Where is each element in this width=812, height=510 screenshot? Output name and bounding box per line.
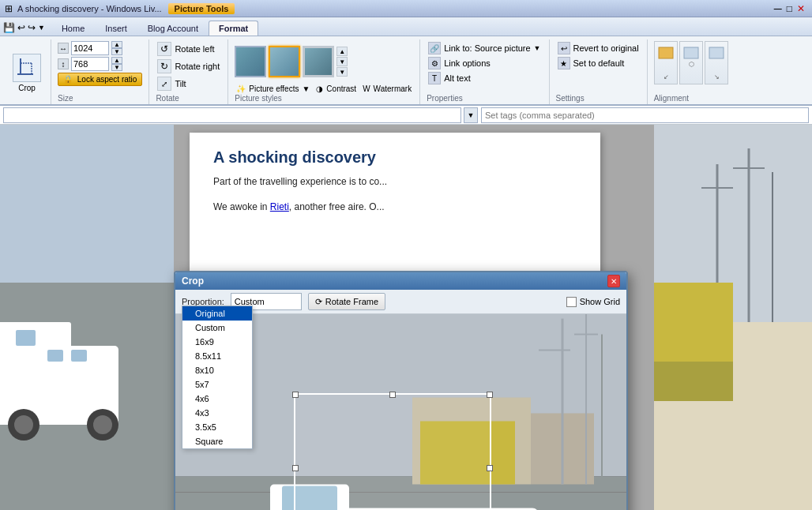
tilt-button[interactable]: ⤢ Tilt [156,76,221,92]
style-expand-arrow[interactable]: ▼ [336,67,348,77]
rotate-left-button[interactable]: ↺ Rotate left [156,41,221,57]
svg-rect-8 [709,47,724,58]
crop-handle-ml[interactable] [292,465,299,471]
link-icon: 🔗 [428,42,441,54]
svg-text:↙: ↙ [663,73,668,81]
undo-icon[interactable]: ↩ [17,22,25,33]
revert-original-button[interactable]: ↩ Revert to original [556,41,641,55]
crop-selection-box[interactable] [294,393,491,510]
effects-row: ✨ Picture effects ▼ ◑ Contrast W Waterma… [235,84,413,94]
ribbon-group-alignment: ↙ ⬡ ↘ Alignment [648,39,735,104]
svg-text:⬡: ⬡ [688,61,694,68]
minimize-btn[interactable]: ─ [774,2,782,15]
svg-text:↘: ↘ [713,73,719,81]
width-spinner: ↔ ▲ ▼ [58,41,142,55]
svg-rect-15 [47,350,63,362]
tags-input[interactable] [481,107,809,123]
svg-rect-14 [16,330,36,346]
close-btn[interactable]: ✕ [797,3,805,14]
document-title: A shocking discovery [213,148,577,167]
link-to-source-button[interactable]: 🔗 Link to: Source picture ▼ [427,41,542,55]
width-down[interactable]: ▼ [111,48,122,55]
watermark-icon: W [363,84,370,93]
crop-handle-tl[interactable] [292,392,299,398]
lock-aspect-button[interactable]: 🔒 Lock aspect ratio [58,73,142,86]
rotate-frame-button[interactable]: ⟳ Rotate Frame [308,293,385,310]
lock-icon: 🔒 [63,75,73,84]
dialog-close-button[interactable]: ✕ [607,275,620,287]
alt-text-icon: T [428,72,441,84]
crop-handle-tm[interactable] [389,392,396,398]
watermark-button[interactable]: W Watermark [361,84,413,94]
align-right-button[interactable]: ↘ [705,41,728,84]
svg-rect-10 [0,125,174,283]
height-up[interactable]: ▲ [111,57,122,64]
svg-point-20 [93,415,112,434]
rotate-right-icon: ↻ [157,59,171,73]
rieti-link[interactable]: Rieti [270,201,289,212]
rotate-right-button[interactable]: ↻ Rotate right [156,58,221,74]
tab-format[interactable]: Format [209,21,258,36]
align-left-button[interactable]: ↙ [654,41,678,84]
maximize-btn[interactable]: □ [787,3,792,14]
align-center-button[interactable]: ⬡ [679,41,703,84]
width-up[interactable]: ▲ [111,41,122,48]
style-thumb-3[interactable] [303,46,334,77]
document-para2: We awoke in Rieti, another free aire. O.… [213,200,577,214]
option-original[interactable]: Original [182,306,252,321]
redo-icon[interactable]: ↪ [28,22,36,33]
crop-label: Crop [18,84,36,92]
ribbon-group-size: ↔ ▲ ▼ ↕ ▲ ▼ 🔒 Lock aspect ratio Size [51,39,149,104]
title-bar: ⊞ A shocking discovery - Windows Liv... … [0,0,812,17]
option-5x7[interactable]: 5x7 [182,377,252,392]
tab-insert[interactable]: Insert [95,21,137,36]
dialog-title: Crop [182,276,607,287]
rotate-label: Rotate [156,94,221,104]
svg-rect-29 [654,362,733,401]
height-spinner: ↕ ▲ ▼ [58,57,142,71]
option-square[interactable]: Square [182,434,252,448]
dropdown-arrow[interactable]: ▼ [38,24,45,32]
option-8x10[interactable]: 8x10 [182,363,252,377]
effects-icon: ✨ [236,84,246,93]
option-4x3[interactable]: 4x3 [182,406,252,420]
ribbon-group-crop: Crop [3,39,51,104]
document-para1: Part of the travelling experience is to … [213,174,577,189]
svg-point-18 [14,415,33,434]
alt-text-button[interactable]: T Alt text [427,71,542,85]
effects-dropdown[interactable]: ▼ [302,84,310,93]
height-input[interactable] [71,57,109,71]
style-thumb-1[interactable] [235,46,266,77]
ribbon-group-properties: 🔗 Link to: Source picture ▼ ⚙ Link optio… [420,39,549,104]
crop-button[interactable]: Crop [9,52,44,94]
category-dropdown-arrow[interactable]: ▼ [464,107,478,123]
link-dropdown[interactable]: ▼ [534,44,541,52]
style-up-arrow[interactable]: ▲ [336,47,348,56]
option-3x5[interactable]: 3.5x5 [182,420,252,434]
tab-blog-account[interactable]: Blog Account [137,21,209,36]
style-down-arrow[interactable]: ▼ [336,57,348,66]
width-input[interactable] [71,41,109,55]
picture-effects-button[interactable]: ✨ Picture effects ▼ [235,84,311,94]
save-icon[interactable]: 💾 [3,22,15,33]
option-custom[interactable]: Custom [182,321,252,335]
category-dropdown[interactable] [3,107,461,123]
revert-icon: ↩ [558,42,570,54]
crop-handle-tr[interactable] [487,392,493,398]
link-options-button[interactable]: ⚙ Link options [427,56,542,70]
height-down[interactable]: ▼ [111,64,122,71]
tab-home[interactable]: Home [51,21,95,36]
crop-handle-mr[interactable] [487,465,493,471]
set-default-button[interactable]: ★ Set to default [556,56,641,70]
option-4x6[interactable]: 4x6 [182,392,252,406]
rotate-left-icon: ↺ [157,42,171,56]
settings-label: Settings [556,94,641,104]
right-side-content [654,125,812,510]
show-grid-checkbox[interactable] [566,297,577,307]
style-thumb-2[interactable] [269,46,300,77]
crop-dialog: Crop ✕ Proportion: Original Custom 16:9 … [174,271,628,510]
option-8x11[interactable]: 8.5x11 [182,349,252,363]
option-16x9[interactable]: 16x9 [182,335,252,349]
size-label: Size [58,94,142,104]
contrast-button[interactable]: ◑ Contrast [314,84,358,94]
